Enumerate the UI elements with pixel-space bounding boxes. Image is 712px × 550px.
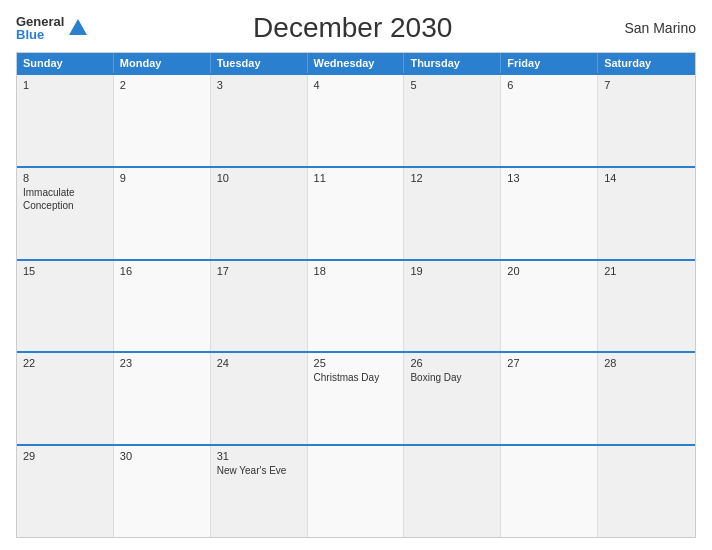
cell-dec-3: 3 (211, 75, 308, 166)
week-2: 8 ImmaculateConception 9 10 11 12 13 14 (17, 166, 695, 259)
col-thursday: Thursday (404, 53, 501, 73)
cell-dec-8: 8 ImmaculateConception (17, 168, 114, 259)
cell-empty-4 (598, 446, 695, 537)
cell-dec-13: 13 (501, 168, 598, 259)
col-tuesday: Tuesday (211, 53, 308, 73)
col-monday: Monday (114, 53, 211, 73)
cell-dec-4: 4 (308, 75, 405, 166)
week-1: 1 2 3 4 5 6 7 (17, 73, 695, 166)
cell-dec-29: 29 (17, 446, 114, 537)
calendar-body: 1 2 3 4 5 6 7 8 ImmaculateConception 9 1… (17, 73, 695, 537)
calendar-header: Sunday Monday Tuesday Wednesday Thursday… (17, 53, 695, 73)
cell-dec-6: 6 (501, 75, 598, 166)
region-label: San Marino (616, 20, 696, 36)
cell-dec-7: 7 (598, 75, 695, 166)
week-3: 15 16 17 18 19 20 21 (17, 259, 695, 352)
cell-dec-10: 10 (211, 168, 308, 259)
calendar: Sunday Monday Tuesday Wednesday Thursday… (16, 52, 696, 538)
cell-dec-12: 12 (404, 168, 501, 259)
cell-dec-11: 11 (308, 168, 405, 259)
cell-dec-19: 19 (404, 261, 501, 352)
event-new-years-eve: New Year's Eve (217, 465, 287, 476)
week-5: 29 30 31 New Year's Eve (17, 444, 695, 537)
cell-dec-27: 27 (501, 353, 598, 444)
col-wednesday: Wednesday (308, 53, 405, 73)
svg-marker-0 (69, 19, 87, 35)
cell-empty-3 (501, 446, 598, 537)
calendar-page: General Blue December 2030 San Marino Su… (0, 0, 712, 550)
col-friday: Friday (501, 53, 598, 73)
event-immaculate-conception: ImmaculateConception (23, 187, 75, 211)
cell-dec-30: 30 (114, 446, 211, 537)
cell-dec-23: 23 (114, 353, 211, 444)
cell-dec-18: 18 (308, 261, 405, 352)
cell-dec-28: 28 (598, 353, 695, 444)
week-4: 22 23 24 25 Christmas Day 26 Boxing Day … (17, 351, 695, 444)
logo: General Blue (16, 15, 89, 41)
cell-dec-31: 31 New Year's Eve (211, 446, 308, 537)
cell-dec-20: 20 (501, 261, 598, 352)
cell-dec-15: 15 (17, 261, 114, 352)
cell-empty-2 (404, 446, 501, 537)
col-sunday: Sunday (17, 53, 114, 73)
cell-dec-16: 16 (114, 261, 211, 352)
cell-dec-21: 21 (598, 261, 695, 352)
header: General Blue December 2030 San Marino (16, 12, 696, 44)
logo-icon (67, 17, 89, 39)
page-title: December 2030 (89, 12, 616, 44)
cell-dec-22: 22 (17, 353, 114, 444)
cell-dec-2: 2 (114, 75, 211, 166)
event-christmas-day: Christmas Day (314, 372, 380, 383)
cell-dec-25: 25 Christmas Day (308, 353, 405, 444)
col-saturday: Saturday (598, 53, 695, 73)
cell-dec-1: 1 (17, 75, 114, 166)
cell-dec-9: 9 (114, 168, 211, 259)
cell-dec-26: 26 Boxing Day (404, 353, 501, 444)
cell-dec-17: 17 (211, 261, 308, 352)
cell-empty-1 (308, 446, 405, 537)
event-boxing-day: Boxing Day (410, 372, 461, 383)
cell-dec-24: 24 (211, 353, 308, 444)
cell-dec-5: 5 (404, 75, 501, 166)
cell-dec-14: 14 (598, 168, 695, 259)
logo-blue-text: Blue (16, 28, 64, 41)
